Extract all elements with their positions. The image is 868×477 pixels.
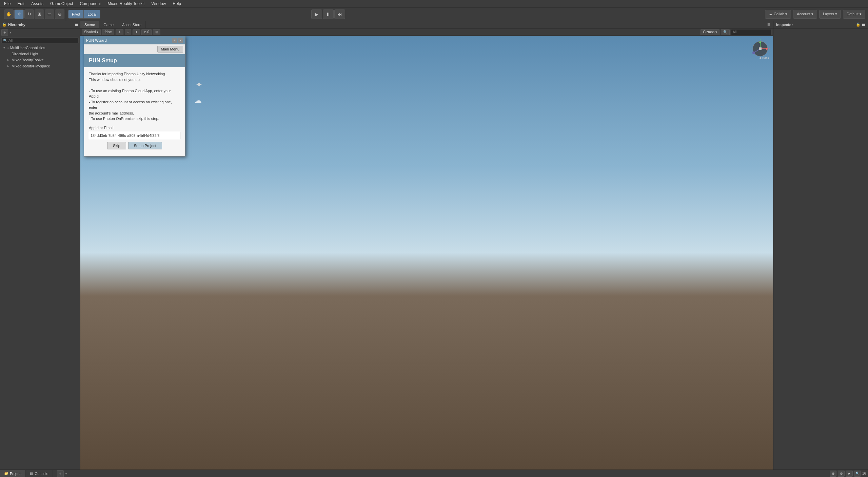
pivot-btn[interactable]: Pivot [68, 10, 84, 19]
scene-search-input[interactable] [733, 30, 770, 34]
inspector-title: Inspector [776, 23, 793, 27]
bottom-add-btn[interactable]: + [57, 470, 64, 477]
tab-asset-store[interactable]: Asset Store [118, 21, 146, 28]
hierarchy-scene-root[interactable]: ▼ ≡ MultiUserCapabilities [0, 45, 80, 51]
inspector-menu-icon[interactable]: ☰ [862, 22, 865, 27]
pun-menu-icon-btn[interactable]: ≡ [172, 38, 177, 43]
scene-panel-menu[interactable]: ☰ [767, 23, 773, 26]
hierarchy-dropdown-icon[interactable]: ▼ [9, 31, 12, 34]
menu-assets[interactable]: Assets [30, 1, 45, 7]
menu-gameobject[interactable]: GameObject [49, 1, 74, 7]
menu-edit[interactable]: Edit [16, 1, 26, 7]
hierarchy-lock-icon: 🔒 [2, 22, 7, 27]
expand-arrow-mrtk: ► [7, 58, 11, 62]
pun-action-buttons: Skip Setup Project [89, 142, 180, 152]
pause-btn[interactable]: ⏸ [323, 9, 334, 19]
2d-btn[interactable]: false [102, 29, 114, 35]
play-btn[interactable]: ▶ [311, 9, 322, 19]
rect-tool-btn[interactable]: ▭ [45, 9, 54, 19]
pun-wizard-dialog: PUN Wizard ≡ × Main Menu PUN Setup T [84, 36, 185, 157]
console-tab-label: Console [35, 472, 48, 476]
audio-btn[interactable]: ♪ [125, 29, 131, 35]
layers-label: Layers ▾ [823, 12, 837, 16]
local-btn[interactable]: Local [84, 10, 100, 19]
menu-mixed-reality[interactable]: Mixed Reality Toolkit [106, 1, 146, 7]
inspector-lock-icon[interactable]: 🔒 [856, 22, 861, 27]
scene-viewport[interactable]: ✦ ☁ PUN Wizard ≡ × Main Menu PUN Setup [80, 36, 773, 470]
hierarchy-item-directional-light[interactable]: Directional Light [0, 51, 80, 57]
pun-desc-line-2: This window should set you up. [89, 77, 180, 83]
tab-game[interactable]: Game [99, 21, 118, 28]
account-btn[interactable]: Account ▾ [793, 10, 817, 19]
hidden-objects-btn[interactable]: ⊘ 0 [141, 29, 152, 35]
menu-window[interactable]: Window [150, 1, 167, 7]
hierarchy-header-left: 🔒 Hierarchy [2, 22, 25, 27]
bottom-icon-btn-1[interactable]: ⊕ [830, 471, 836, 477]
collab-btn[interactable]: ☁ Collab ▾ [765, 10, 791, 19]
hidden-count: 0 [147, 30, 150, 34]
hierarchy-search-bar[interactable]: 🔍 [1, 37, 79, 43]
pun-skip-btn[interactable]: Skip [107, 142, 126, 149]
hierarchy-header: 🔒 Hierarchy ☰ [0, 21, 80, 28]
tab-scene[interactable]: Scene [80, 21, 99, 28]
pun-main-menu-btn[interactable]: Main Menu [157, 46, 183, 53]
hierarchy-add-btn[interactable]: + [1, 29, 8, 36]
lighting-btn[interactable]: ☀ [116, 29, 123, 35]
svg-text:Y: Y [760, 39, 761, 41]
move-tool-btn[interactable]: ✥ [14, 9, 24, 19]
hierarchy-item-mrtk[interactable]: ► MixedRealityToolkit [0, 57, 80, 63]
menu-help[interactable]: Help [171, 1, 182, 7]
shade-mode-btn[interactable]: Shaded ▾ [82, 29, 101, 35]
main-toolbar: ✋ ✥ ↻ ⊞ ▭ ⊕ Pivot Local ▶ ⏸ ⏭ ☁ Collab ▾… [0, 7, 868, 21]
scene-search-bar[interactable] [731, 29, 772, 35]
mrtk-label: MixedRealityToolkit [12, 58, 43, 62]
grid-btn[interactable]: ⊞ [153, 29, 160, 35]
directional-light-label: Directional Light [12, 52, 38, 56]
project-tab-icon: 📁 [4, 472, 8, 475]
bottom-section: 📁 Project ▤ Console + ▼ ⊕ ⊙ ★ 🔍 16 🔍 [0, 470, 868, 477]
hand-tool-btn[interactable]: ✋ [4, 9, 14, 19]
bottom-dropdown-arrow[interactable]: ▼ [65, 472, 68, 475]
pun-appid-input[interactable] [89, 132, 180, 139]
scene-icon: ≡ [7, 46, 9, 50]
top-right-controls: ☁ Collab ▾ Account ▾ Layers ▾ Default ▾ [765, 10, 865, 19]
scene-gizmo[interactable]: Y X ◄ Back [750, 39, 770, 59]
gizmo-back-label[interactable]: ◄ Back [758, 56, 769, 60]
scale-tool-btn[interactable]: ⊞ [35, 9, 44, 19]
bottom-add-group: + ▼ [55, 470, 70, 477]
tab-console[interactable]: ▤ Console [26, 470, 53, 477]
pun-close-btn[interactable]: × [178, 38, 183, 43]
collab-label: Collab ▾ [774, 12, 787, 16]
hierarchy-item-mrplayspace[interactable]: ► MixedRealityPlayspace [0, 63, 80, 69]
shade-mode-label: Shaded [84, 30, 96, 34]
layers-btn[interactable]: Layers ▾ [819, 10, 841, 19]
bottom-favorite-btn[interactable]: ★ [846, 471, 853, 477]
console-tab-icon: ▤ [30, 472, 33, 475]
menu-component[interactable]: Component [78, 1, 102, 7]
expand-arrow-mrps: ► [7, 64, 11, 68]
svg-point-8 [752, 51, 755, 54]
scene-search-btn[interactable]: 🔍 [721, 29, 730, 35]
tab-project[interactable]: 📁 Project [0, 470, 26, 477]
hierarchy-menu-icon[interactable]: ☰ [75, 22, 78, 27]
rotate-tool-btn[interactable]: ↻ [24, 9, 34, 19]
fx-btn[interactable]: ✦ [133, 29, 140, 35]
bottom-search-icon-btn[interactable]: 🔍 [854, 471, 861, 477]
gizmos-btn[interactable]: Gizmos ▾ [701, 29, 719, 35]
pun-wizard-menu-bar: Main Menu [84, 44, 185, 54]
bottom-icon-btn-2[interactable]: ⊙ [838, 471, 845, 477]
scene-toolbar: Shaded ▾ false ☀ ♪ ✦ ⊘ 0 ⊞ Gizmos ▾ 🔍 [80, 28, 773, 36]
layout-btn[interactable]: Default ▾ [843, 10, 865, 19]
svg-rect-9 [759, 47, 762, 50]
transform-tool-btn[interactable]: ⊕ [55, 9, 64, 19]
pun-wizard-title: PUN Wizard [86, 38, 107, 42]
play-controls: ▶ ⏸ ⏭ [311, 9, 345, 19]
hierarchy-search-input[interactable] [8, 38, 77, 42]
hidden-icon: ⊘ [144, 30, 146, 34]
pun-setup-project-btn[interactable]: Setup Project [128, 142, 162, 149]
step-btn[interactable]: ⏭ [334, 9, 345, 19]
pun-setup-title: PUN Setup [89, 58, 117, 63]
bottom-right-icons: ⊕ ⊙ ★ 🔍 16 [830, 471, 868, 477]
menu-file[interactable]: File [3, 1, 12, 7]
zoom-number-label: 16 [862, 472, 866, 475]
